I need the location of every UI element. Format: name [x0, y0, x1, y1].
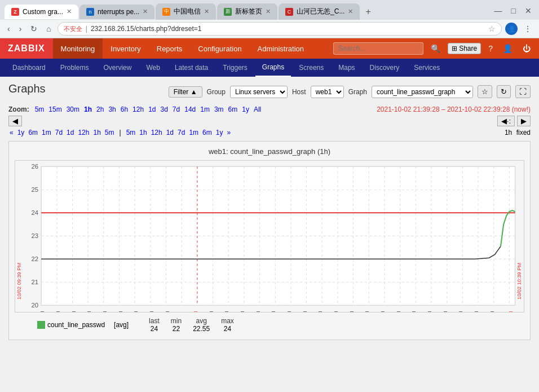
menu-item-configuration[interactable]: Configuration: [190, 38, 249, 59]
period-back-6m[interactable]: 6m: [27, 129, 39, 136]
graph-area[interactable]: 26 25 24 23 22 21 20: [15, 160, 524, 312]
help-button[interactable]: ?: [485, 42, 496, 55]
time-prev-button[interactable]: ◀: [8, 116, 22, 126]
period-back-5m[interactable]: 5m: [104, 129, 116, 136]
browser-tab-2[interactable]: n nterrupts pe... ✕: [79, 5, 154, 19]
period-back-1d[interactable]: 1d: [65, 129, 75, 136]
menu-item-reports[interactable]: Reports: [149, 38, 191, 59]
fullscreen-button[interactable]: ⛶: [515, 85, 531, 98]
tab-favicon-4: 新: [224, 8, 232, 16]
svg-text:20: 20: [31, 302, 38, 309]
browser-tab-1[interactable]: Z Custom gra... ✕: [5, 5, 78, 19]
sec-menu-web[interactable]: Web: [139, 59, 166, 77]
zoom-1h[interactable]: 1h: [83, 105, 93, 113]
period-far-fwd[interactable]: »: [226, 129, 232, 136]
favorite-button[interactable]: ☆: [478, 85, 492, 98]
zoom-6h[interactable]: 6h: [120, 105, 129, 113]
zoom-1d[interactable]: 1d: [147, 105, 157, 113]
legend-name: count_line_passwd: [47, 321, 105, 329]
legend-stats-label: [avg]: [114, 321, 129, 329]
browser-tab-5[interactable]: C 山河已无恙_C... ✕: [279, 3, 360, 20]
sec-menu-dashboard[interactable]: Dashboard: [6, 59, 52, 77]
zoom-6m[interactable]: 6m: [227, 105, 239, 113]
zoom-7d[interactable]: 7d: [171, 105, 181, 113]
period-back-1y[interactable]: 1y: [16, 129, 26, 136]
sec-menu-graphs[interactable]: Graphs: [255, 59, 291, 77]
browser-tab-3[interactable]: 中 中国电信 ✕: [156, 3, 216, 20]
zoom-2h[interactable]: 2h: [95, 105, 105, 113]
zoom-14d[interactable]: 14d: [183, 105, 197, 113]
user-button[interactable]: 👤: [500, 42, 515, 55]
menu-item-inventory[interactable]: Inventory: [103, 38, 148, 59]
close-window-button[interactable]: ✕: [522, 5, 534, 16]
refresh-button[interactable]: ↻: [497, 85, 511, 98]
page-title: Graphs: [8, 82, 46, 95]
main-menu: Monitoring Inventory Reports Configurati…: [53, 38, 312, 59]
sec-menu-overview[interactable]: Overview: [96, 59, 138, 77]
tab-close-5[interactable]: ✕: [348, 8, 353, 15]
home-button[interactable]: ⌂: [43, 23, 54, 34]
maximize-button[interactable]: □: [509, 5, 519, 16]
browser-tab-4[interactable]: 新 新标签页 ✕: [217, 3, 277, 20]
period-fwd-1y[interactable]: 1y: [215, 129, 224, 136]
svg-text:10/02 10:39 PM: 10/02 10:39 PM: [516, 263, 522, 299]
zoom-all[interactable]: All: [253, 105, 262, 113]
period-fwd-5m[interactable]: 5m: [125, 129, 137, 136]
search-button[interactable]: 🔍: [428, 42, 443, 55]
tab-close-2[interactable]: ✕: [143, 8, 148, 15]
period-fwd-1h[interactable]: 1h: [138, 129, 148, 136]
menu-item-administration[interactable]: Administration: [250, 38, 312, 59]
sec-menu-maps[interactable]: Maps: [332, 59, 361, 77]
period-back-1m[interactable]: 1m: [41, 129, 52, 136]
sec-menu-services[interactable]: Services: [407, 59, 447, 77]
bookmark-icon[interactable]: ☆: [488, 24, 496, 33]
zoom-15m[interactable]: 15m: [47, 105, 63, 113]
period-fwd-6m[interactable]: 6m: [201, 129, 213, 136]
time-range-btn[interactable]: ◀·:: [497, 116, 515, 126]
new-tab-button[interactable]: +: [361, 5, 375, 19]
extensions-button[interactable]: ⋮: [521, 23, 534, 34]
period-fwd-7d[interactable]: 7d: [176, 129, 186, 136]
filter-toggle-button[interactable]: Filter ▲: [169, 86, 202, 98]
svg-text:10:34 PM: 10:34 PM: [458, 311, 463, 313]
search-input[interactable]: [333, 42, 423, 55]
zoom-3h[interactable]: 3h: [107, 105, 117, 113]
tab-close-1[interactable]: ✕: [67, 8, 72, 15]
period-back-1h[interactable]: 1h: [92, 129, 101, 136]
period-back-12h[interactable]: 12h: [77, 129, 90, 136]
forward-button[interactable]: ›: [16, 23, 25, 34]
zoom-12h[interactable]: 12h: [131, 105, 145, 113]
tab-close-3[interactable]: ✕: [204, 8, 209, 15]
sec-menu-screens[interactable]: Screens: [292, 59, 330, 77]
period-back-7d[interactable]: 7d: [54, 129, 64, 136]
zoom-30m[interactable]: 30m: [65, 105, 81, 113]
period-fwd-12h[interactable]: 12h: [150, 129, 164, 136]
logout-button[interactable]: ⏻: [520, 42, 533, 55]
zoom-3m[interactable]: 3m: [213, 105, 225, 113]
host-select[interactable]: web1: [311, 86, 344, 98]
menu-item-monitoring[interactable]: Monitoring: [53, 38, 103, 59]
share-button[interactable]: ⊞ Share: [448, 43, 481, 54]
svg-text:10:20 PM: 10:20 PM: [349, 311, 355, 313]
zoom-5m[interactable]: 5m: [34, 105, 46, 113]
profile-icon[interactable]: 👤: [505, 23, 518, 35]
back-button[interactable]: ‹: [5, 23, 13, 34]
time-next-button[interactable]: ▶: [517, 116, 531, 126]
sec-menu-problems[interactable]: Problems: [54, 59, 96, 77]
sec-menu-triggers[interactable]: Triggers: [216, 59, 254, 77]
address-bar[interactable]: 不安全 | 232.168.26.15/charts.php?ddreset=1…: [58, 22, 502, 36]
sec-menu-discovery[interactable]: Discovery: [363, 59, 407, 77]
period-far-back[interactable]: «: [8, 129, 15, 136]
tab-close-4[interactable]: ✕: [266, 8, 271, 15]
period-fwd-1m[interactable]: 1m: [188, 129, 200, 136]
group-label: Group: [207, 88, 226, 96]
zoom-1m[interactable]: 1m: [199, 105, 211, 113]
zoom-3d[interactable]: 3d: [160, 105, 169, 113]
reload-button[interactable]: ↻: [28, 23, 40, 34]
graph-select[interactable]: count_line_passwd_graph: [372, 86, 473, 98]
period-fwd-1d[interactable]: 1d: [165, 129, 175, 136]
zoom-1y[interactable]: 1y: [241, 105, 250, 113]
minimize-button[interactable]: —: [492, 5, 505, 16]
sec-menu-latest-data[interactable]: Latest data: [168, 59, 215, 77]
group-select[interactable]: Linux servers: [230, 86, 288, 98]
